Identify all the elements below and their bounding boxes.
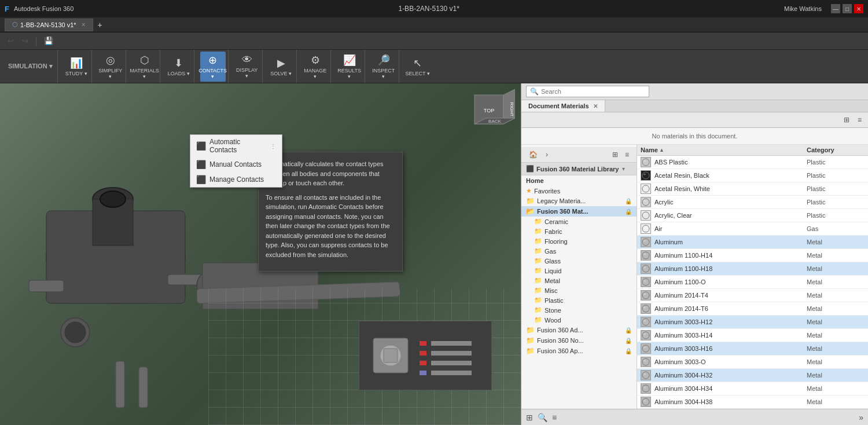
glass-tree-item[interactable]: 📁 Glass bbox=[521, 256, 637, 266]
loads-button[interactable]: ⬇ LOADS ▾ bbox=[166, 52, 192, 82]
materials-search[interactable]: 🔍 bbox=[526, 86, 649, 97]
favorites-tree-item[interactable]: ★ Favorites bbox=[521, 186, 637, 196]
material-row[interactable]: Aluminum 1100-H18Metal bbox=[637, 262, 868, 276]
plastic-tree-item[interactable]: 📁 Plastic bbox=[521, 295, 637, 305]
close-button[interactable]: ✕ bbox=[854, 4, 863, 13]
grid-view-button[interactable]: ⊞ bbox=[841, 114, 852, 126]
material-name: Acetal Resin, Black bbox=[654, 172, 807, 179]
material-row[interactable]: Aluminum 1100-OMetal bbox=[637, 276, 868, 289]
results-icon: 📈 bbox=[343, 54, 356, 67]
material-row[interactable]: Aluminum 3003-H14Metal bbox=[637, 329, 868, 342]
tab-close-icon[interactable]: ✕ bbox=[81, 21, 86, 28]
svg-point-45 bbox=[642, 252, 649, 259]
material-swatch bbox=[641, 317, 651, 327]
material-row[interactable]: Aluminum 3003-H16Metal bbox=[637, 342, 868, 356]
material-category: Metal bbox=[807, 265, 865, 272]
mat-add-button[interactable]: ⊞ bbox=[525, 412, 534, 423]
fabric-tree-item[interactable]: 📁 Fabric bbox=[521, 226, 637, 236]
tree-grid-button[interactable]: ⊞ bbox=[609, 149, 621, 160]
name-column-header[interactable]: Name ▲ bbox=[641, 146, 807, 153]
list-view-button[interactable]: ≡ bbox=[855, 114, 865, 126]
svg-point-44 bbox=[643, 240, 646, 242]
material-row[interactable]: Acrylic, ClearPlastic bbox=[637, 209, 868, 222]
fusion360ap-tree-item[interactable]: 📁 Fusion 360 Ap... 🔒 bbox=[521, 346, 637, 356]
results-button[interactable]: 📈 RESULTS ▾ bbox=[337, 52, 362, 82]
fusion360no-tree-item[interactable]: 📁 Fusion 360 No... 🔒 bbox=[521, 335, 637, 346]
new-tab-button[interactable]: + bbox=[94, 20, 106, 30]
toolbar-group-simplify: ◎ SIMPLIFY ▾ bbox=[95, 50, 126, 83]
tree-back-button[interactable]: › bbox=[543, 149, 551, 160]
maximize-button[interactable]: □ bbox=[843, 4, 852, 13]
solve-button[interactable]: ▶ SOLVE ▾ bbox=[269, 52, 294, 82]
material-row[interactable]: AcrylicPlastic bbox=[637, 196, 868, 209]
document-tab-close-icon[interactable]: ✕ bbox=[593, 103, 598, 109]
material-row[interactable]: Aluminum 1100-H14Metal bbox=[637, 249, 868, 262]
liquid-tree-item[interactable]: 📁 Liquid bbox=[521, 266, 637, 276]
automatic-contacts-item[interactable]: ⬛ Automatic Contacts ⋮ bbox=[190, 135, 282, 157]
document-materials-tab-label: Document Materials bbox=[528, 102, 589, 109]
manual-contacts-item[interactable]: ⬛ Manual Contacts bbox=[190, 157, 282, 172]
ceramic-tree-item[interactable]: 📁 Ceramic bbox=[521, 217, 637, 226]
material-row[interactable]: ABS PlasticPlastic bbox=[637, 156, 868, 169]
undo-button[interactable]: ↩ bbox=[5, 35, 17, 47]
fusion360-tree-item[interactable]: 📂 Fusion 360 Mat... 🔒 bbox=[521, 206, 637, 217]
save-button[interactable]: 💾 bbox=[41, 35, 56, 47]
material-row[interactable]: Aluminum 2014-T6Metal bbox=[637, 302, 868, 316]
fusion360ad-tree-item[interactable]: 📁 Fusion 360 Ad... 🔒 bbox=[521, 325, 637, 335]
manage-button[interactable]: ⚙ MANAGE ▾ bbox=[303, 52, 328, 82]
simplify-button[interactable]: ◎ SIMPLIFY ▾ bbox=[98, 52, 123, 82]
material-row[interactable]: Aluminum 3004-H32Metal bbox=[637, 369, 868, 382]
material-row[interactable]: Acetal Resin, WhitePlastic bbox=[637, 182, 868, 196]
fusion360-lock-icon: 🔒 bbox=[625, 208, 632, 215]
view-cube[interactable]: TOP RIGHT BACK bbox=[469, 89, 515, 135]
mat-search-bottom-button[interactable]: 🔍 bbox=[536, 412, 549, 423]
minimize-button[interactable]: — bbox=[831, 4, 840, 13]
material-row[interactable]: AirGas bbox=[637, 222, 868, 236]
metal-tree-item[interactable]: 📁 Metal bbox=[521, 276, 637, 285]
simulation-mode-label[interactable]: SIMULATION ▾ bbox=[3, 50, 58, 83]
automatic-contacts-icon: ⬛ bbox=[196, 141, 206, 151]
wood-tree-item[interactable]: 📁 Wood bbox=[521, 315, 637, 325]
document-tab[interactable]: ⬡ 1-BB-2AN-5130 v1* ✕ bbox=[5, 19, 93, 31]
material-row[interactable]: Aluminum 3003-H12Metal bbox=[637, 316, 868, 329]
stone-tree-item[interactable]: 📁 Stone bbox=[521, 305, 637, 315]
material-category: Metal bbox=[807, 345, 865, 352]
mat-expand-button[interactable]: » bbox=[858, 412, 865, 423]
inspect-button[interactable]: 🔎 INSPECT ▾ bbox=[371, 52, 396, 82]
material-row[interactable]: Aluminum 2014-T4Metal bbox=[637, 289, 868, 302]
gas-tree-item[interactable]: 📁 Gas bbox=[521, 246, 637, 256]
material-name: Aluminum 3003-H16 bbox=[654, 345, 807, 352]
study-button[interactable]: 📊 STUDY ▾ bbox=[64, 52, 89, 82]
tree-home-button[interactable]: 🏠 bbox=[526, 149, 540, 160]
results-label: RESULTS ▾ bbox=[337, 68, 362, 79]
material-row[interactable]: AluminumMetal bbox=[637, 236, 868, 249]
flooring-tree-item[interactable]: 📁 Flooring bbox=[521, 236, 637, 246]
manage-contacts-item[interactable]: ⬛ Manage Contacts bbox=[190, 172, 282, 187]
material-row[interactable]: Aluminum 3003-OMetal bbox=[637, 356, 868, 369]
document-materials-tab[interactable]: Document Materials ✕ bbox=[521, 100, 605, 112]
svg-point-65 bbox=[642, 385, 649, 392]
contacts-button[interactable]: ⊕ CONTACTS ▾ bbox=[200, 52, 226, 82]
materials-button[interactable]: ⬡ MATERIALS ▾ bbox=[132, 52, 157, 82]
material-row[interactable]: Aluminum 3004-H34Metal bbox=[637, 382, 868, 395]
select-button[interactable]: ↖ SELECT ▾ bbox=[405, 52, 431, 82]
display-button[interactable]: 👁 DISPLAY ▾ bbox=[234, 52, 260, 82]
home-label: Home bbox=[526, 177, 544, 184]
material-name: Aluminum 3004-H38 bbox=[654, 398, 807, 405]
search-input[interactable] bbox=[541, 88, 645, 95]
material-row[interactable]: Aluminum 3004-H38Metal bbox=[637, 395, 868, 409]
mat-list-bottom-button[interactable]: ≡ bbox=[551, 412, 558, 423]
materials-bottom-toolbar: ⊞ 🔍 ≡ » bbox=[521, 409, 868, 425]
category-column-header[interactable]: Category bbox=[807, 146, 865, 153]
library-header[interactable]: ⬛ Fusion 360 Material Library ▾ bbox=[521, 163, 637, 175]
material-name: Acrylic bbox=[654, 199, 807, 206]
legacy-tree-item[interactable]: 📁 Legacy Materia... 🔒 bbox=[521, 196, 637, 206]
redo-button[interactable]: ↪ bbox=[19, 35, 31, 47]
viewport[interactable]: ⬛ Automatic Contacts ⋮ ⬛ Manual Contacts… bbox=[0, 83, 521, 425]
tree-list-button[interactable]: ≡ bbox=[622, 149, 632, 160]
legacy-label: Legacy Materia... bbox=[537, 197, 586, 204]
material-swatch bbox=[641, 357, 651, 367]
material-row[interactable]: Acetal Resin, BlackPlastic bbox=[637, 169, 868, 182]
misc-tree-item[interactable]: 📁 Misc bbox=[521, 285, 637, 295]
window-controls[interactable]: — □ ✕ bbox=[831, 4, 863, 13]
